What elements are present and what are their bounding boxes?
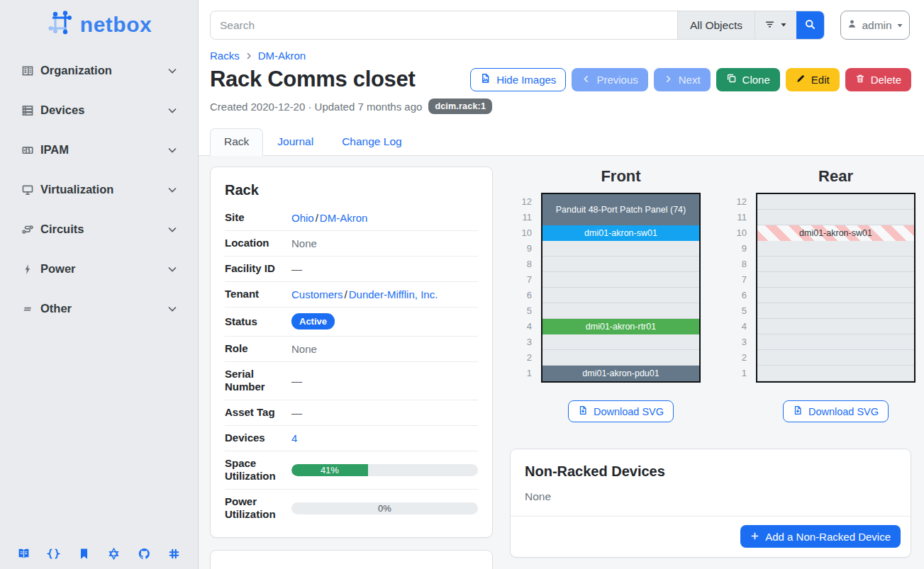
- unit-number: 10: [725, 225, 747, 241]
- sidebar-item-label: Other: [40, 302, 72, 315]
- unit-number: 1: [725, 366, 747, 381]
- rack-device[interactable]: dmi01-akron-sw01: [757, 225, 914, 241]
- api-braces-icon[interactable]: [47, 547, 60, 560]
- unit-numbers: 121110987654321: [510, 193, 541, 383]
- table-row-devices: Devices 4: [225, 426, 478, 451]
- download-file-icon: [793, 405, 803, 417]
- tab-change-log[interactable]: Change Log: [328, 128, 416, 156]
- left-column: Rack Site Ohio/DM-Akron Location None Fa…: [210, 167, 493, 569]
- netbox-logo[interactable]: netbox: [0, 0, 198, 45]
- netbox-wordmark: netbox: [80, 13, 152, 37]
- sidebar-item-circuits[interactable]: Circuits: [0, 215, 198, 243]
- unit-number: 12: [725, 194, 747, 210]
- next-panel-partial: [210, 550, 493, 569]
- unit-number: 6: [725, 288, 747, 303]
- download-svg-button-front[interactable]: Download SVG: [568, 400, 674, 422]
- main-area: All Objects admin: [199, 0, 924, 569]
- user-icon: [847, 18, 857, 32]
- right-column: Front 121110987654321 Panduit 48-Port Pa…: [510, 167, 915, 569]
- slack-icon[interactable]: [167, 547, 181, 560]
- sidebar-item-ipam[interactable]: IPAM: [0, 136, 198, 164]
- hide-images-button[interactable]: Hide Images: [470, 68, 566, 91]
- clone-button[interactable]: Clone: [716, 68, 780, 91]
- rack-device[interactable]: Panduit 48-Port Patch Panel (74): [542, 194, 699, 225]
- chevron-down-icon: [167, 264, 178, 275]
- elevation-title-rear: Rear: [756, 167, 915, 186]
- header-actions: Hide Images Previous Next: [470, 68, 911, 91]
- previous-button[interactable]: Previous: [572, 68, 647, 91]
- rack-device[interactable]: dmi01-akron-pdu01: [542, 366, 699, 381]
- community-icon[interactable]: [107, 547, 121, 560]
- search-input[interactable]: [211, 11, 677, 39]
- panel-title: Non-Racked Devices: [525, 463, 896, 480]
- download-file-icon: [578, 405, 588, 417]
- status-badge: Active: [291, 313, 335, 329]
- delete-button[interactable]: Delete: [845, 68, 911, 91]
- sidebar-item-devices[interactable]: Devices: [0, 96, 198, 124]
- tenant-link[interactable]: Dunder-Mifflin, Inc.: [349, 288, 438, 300]
- rack-attributes-table: Site Ohio/DM-Akron Location None Facilit…: [225, 205, 478, 527]
- trash-icon: [855, 74, 865, 86]
- rack-device[interactable]: dmi01-akron-sw01: [542, 225, 699, 241]
- role-value: None: [291, 343, 478, 355]
- search-icon: [804, 18, 816, 33]
- server-icon: [21, 104, 34, 117]
- next-button[interactable]: Next: [654, 68, 711, 91]
- breadcrumb-link-site[interactable]: DM-Akron: [258, 50, 306, 62]
- rack-slot-u2: [757, 350, 914, 366]
- github-icon[interactable]: [138, 547, 151, 560]
- facility-id-value: —: [291, 263, 478, 275]
- user-menu-button[interactable]: admin: [840, 11, 910, 40]
- rack-elevation-front: Front 121110987654321 Panduit 48-Port Pa…: [510, 167, 701, 422]
- rack-slot-u5: [757, 303, 914, 319]
- rack-slot-u3: [757, 334, 914, 350]
- edit-button[interactable]: Edit: [786, 68, 840, 91]
- lines-icon: [21, 303, 34, 315]
- journal-bookmark-icon[interactable]: [77, 547, 91, 560]
- unit-number: 10: [510, 225, 532, 241]
- caret-down-icon: [780, 20, 787, 30]
- table-row-role: Role None: [225, 337, 478, 362]
- unit-number: 5: [725, 303, 747, 319]
- add-non-racked-device-button[interactable]: Add a Non-Racked Device: [740, 525, 901, 548]
- rack-slot-u7: [542, 272, 699, 288]
- tab-journal[interactable]: Journal: [263, 128, 328, 156]
- devices-count-link[interactable]: 4: [291, 432, 297, 444]
- breadcrumb-link-racks[interactable]: Racks: [210, 50, 240, 62]
- download-svg-button-rear[interactable]: Download SVG: [783, 400, 889, 422]
- search-submit-button[interactable]: [796, 11, 824, 39]
- chevron-down-icon: [167, 105, 178, 116]
- breadcrumb: Racks DM-Akron: [210, 50, 911, 62]
- rack-slot-u4: [757, 319, 914, 334]
- unit-number: 2: [725, 350, 747, 366]
- chevron-down-icon: [167, 224, 178, 235]
- sidebar-item-label: Virtualization: [40, 183, 113, 196]
- region-link[interactable]: Ohio: [291, 212, 314, 224]
- tab-bar: Rack Journal Change Log: [199, 114, 924, 156]
- non-racked-empty-text: None: [525, 490, 896, 503]
- site-link[interactable]: DM-Akron: [320, 212, 368, 224]
- rack-grid-front: Panduit 48-Port Patch Panel (74)dmi01-ak…: [541, 193, 701, 383]
- user-name: admin: [862, 19, 891, 32]
- sidebar-item-other[interactable]: Other: [0, 295, 198, 322]
- rack-slot-u2: [542, 350, 699, 366]
- sidebar-item-organization[interactable]: Organization: [0, 57, 198, 84]
- tab-rack[interactable]: Rack: [210, 128, 263, 156]
- unit-number: 4: [725, 319, 747, 334]
- unit-number: 1: [510, 366, 532, 381]
- sidebar-item-virtualization[interactable]: Virtualization: [0, 176, 198, 203]
- unit-number: 3: [510, 334, 532, 350]
- table-row-site: Site Ohio/DM-Akron: [225, 205, 478, 231]
- table-row-serial-number: Serial Number —: [225, 362, 478, 400]
- search-filter-button[interactable]: [755, 11, 796, 39]
- docs-book-icon[interactable]: [17, 547, 30, 560]
- sidebar-item-power[interactable]: Power: [0, 255, 198, 283]
- elevation-title-front: Front: [541, 167, 701, 186]
- rack-slot-u8: [542, 257, 699, 272]
- search-scope-button[interactable]: All Objects: [677, 11, 755, 39]
- asset-tag-value: —: [291, 407, 478, 419]
- rack-device[interactable]: dmi01-akron-rtr01: [542, 319, 699, 334]
- caret-down-icon: [896, 19, 903, 32]
- rack-slot-u6: [757, 288, 914, 303]
- tenant-group-link[interactable]: Customers: [291, 288, 343, 300]
